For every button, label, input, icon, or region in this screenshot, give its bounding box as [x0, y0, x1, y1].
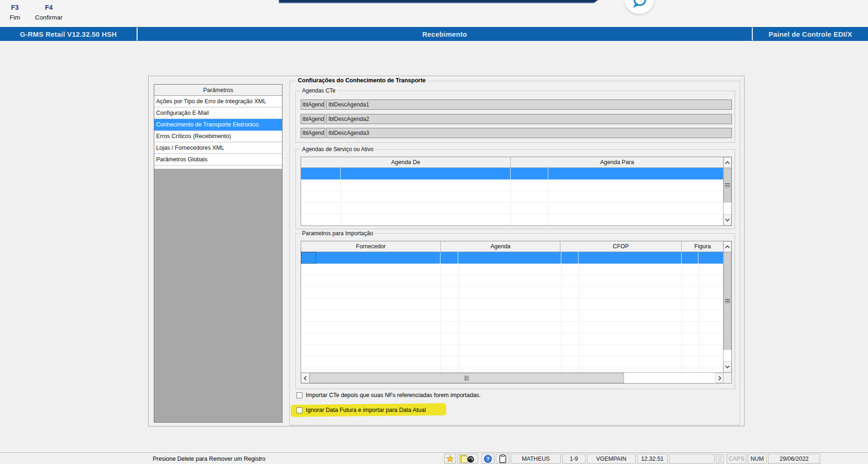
chevron-up-icon [725, 245, 730, 250]
caps-value: CAPS [727, 456, 746, 462]
vertical-scrollbar[interactable] [723, 157, 731, 225]
thumb-grip-icon [465, 376, 469, 381]
agendas-servico-title: Agendas de Serviço ou Ativo [300, 146, 375, 152]
agenda-code-field: lblAgend [301, 128, 325, 138]
parameters-list-header: Parâmetros [154, 85, 282, 96]
content-frame: Parâmetros Ações por Tipo de Erro de Int… [148, 76, 744, 426]
clipboard-button[interactable] [496, 454, 509, 464]
status-program-field: VGEMPAIN [587, 454, 636, 464]
agendas-cte-group: Agendas CTe lblAgend lblDescAgenda1 lblA… [296, 91, 735, 143]
caps-lock-indicator: CAPS [727, 454, 746, 464]
column-header-figura[interactable]: Figura [682, 241, 724, 252]
function-key-toolbar: F3 Fim F4 Confirmar [0, 0, 868, 27]
grid-cell[interactable] [579, 252, 682, 264]
speech-bubble-glyph [630, 0, 649, 10]
f3-fim-button[interactable]: F3 Fim [5, 4, 25, 21]
help-icon: ? [484, 455, 492, 463]
column-header-agenda-de[interactable]: Agenda De [301, 157, 511, 168]
scroll-up-button[interactable] [723, 157, 731, 168]
horizontal-scrollbar[interactable] [301, 372, 724, 383]
f4-confirmar-button[interactable]: F4 Confirmar [29, 4, 69, 21]
ignorar-data-futura-checkbox-row[interactable]: Ignorar Data Futura e importar para Data… [296, 407, 426, 413]
agendas-servico-grid[interactable]: Agenda De Agenda Para [301, 157, 732, 226]
parametros-importacao-group: Parametros para Importação Fornecedor Ag… [296, 233, 735, 389]
vertical-scrollbar[interactable] [723, 241, 731, 372]
sidebar-item-acoes-erro-xml[interactable]: Ações por Tipo de Erro de Integração XML [154, 96, 282, 107]
column-header-fornecedor[interactable]: Fornecedor [301, 241, 441, 252]
importar-cte-checkbox-row[interactable]: Importar CTe depois que suas NFs referen… [296, 392, 481, 398]
thumb-grip-icon [725, 183, 730, 187]
grid-cell[interactable] [441, 252, 458, 264]
selected-grid-row[interactable] [301, 252, 724, 264]
status-message: Presione Delete para Remover um Registro [23, 453, 395, 464]
ignorar-data-futura-checkbox[interactable] [296, 407, 302, 413]
grid-cell[interactable] [301, 168, 341, 179]
titlebar-divider [137, 27, 138, 40]
grid-cell[interactable] [698, 252, 724, 264]
scroll-left-button[interactable] [301, 373, 309, 383]
scrollbar-thumb[interactable] [723, 252, 731, 350]
status-user-field: MATHEUS [511, 454, 561, 464]
notes-icon [460, 455, 476, 463]
importar-cte-label: Importar CTe depois que suas NFs referen… [306, 392, 481, 398]
sidebar-item-conhecimento-transporte[interactable]: Conhecimento de Transporte Eletronico [154, 119, 282, 131]
agenda-code-field: lblAgend [301, 114, 325, 124]
selected-grid-row[interactable] [301, 168, 724, 179]
status-spacer-cell [721, 454, 724, 464]
grid-cell[interactable] [458, 252, 561, 264]
parametros-importacao-title: Parametros para Importação [300, 230, 375, 237]
sidebar-item-lojas-fornecedores[interactable]: Lojas / Fornecedores XML [154, 142, 282, 154]
status-range-field: 1-9 [562, 454, 585, 464]
grid-column-line [548, 179, 549, 225]
grid-column-line [458, 264, 459, 373]
background-window-edge [279, 0, 598, 3]
chevron-down-icon [725, 217, 730, 221]
agenda-desc-field: lblDescAgenda3 [326, 128, 732, 138]
scroll-down-button[interactable] [723, 361, 731, 372]
status-bar: Presione Delete para Remover um Registro… [0, 453, 868, 464]
column-header-agenda-para[interactable]: Agenda Para [511, 157, 724, 168]
column-header-cfop[interactable]: CFOP [560, 241, 682, 252]
grid-cell[interactable] [511, 168, 548, 179]
scrollbar-track[interactable] [624, 373, 716, 383]
screen-title: Painel de Controle EDI/X [753, 27, 868, 41]
agenda-code-field: lblAgend [301, 99, 325, 110]
agenda-desc-field: lblDescAgenda2 [326, 114, 732, 124]
list-empty-strip [154, 166, 282, 169]
scroll-up-button[interactable] [723, 241, 731, 252]
app-title-bar: G-RMS Retail V12.32.50 HSH Recebimento P… [0, 27, 868, 41]
scroll-down-button[interactable] [723, 214, 731, 225]
focused-grid-cell[interactable] [301, 252, 316, 264]
notes-button[interactable] [457, 454, 478, 464]
program-value: VGEMPAIN [594, 456, 628, 462]
status-date-field: 29/06/2022 [768, 454, 820, 464]
help-button[interactable]: ? [481, 454, 494, 464]
chevron-down-icon [725, 364, 730, 368]
range-value: 1-9 [568, 456, 580, 462]
column-header-agenda[interactable]: Agenda [441, 241, 560, 252]
parametros-importacao-grid[interactable]: Fornecedor Agenda CFOP Figura [301, 241, 732, 384]
importar-cte-checkbox[interactable] [296, 392, 302, 398]
star-icon [446, 455, 454, 463]
grid-cell[interactable] [548, 168, 724, 179]
chevron-left-icon [304, 376, 309, 380]
agenda-row: lblAgend lblDescAgenda1 [296, 99, 735, 110]
grid-cell[interactable] [682, 252, 698, 264]
titlebar-divider [752, 27, 753, 40]
num-value: NUM [749, 456, 765, 462]
scrollbar-thumb[interactable] [723, 168, 731, 202]
favorites-button[interactable] [444, 454, 456, 464]
app-title: G-RMS Retail V12.32.50 HSH [0, 27, 137, 41]
sidebar-item-parametros-globais[interactable]: Parâmetros Globais [154, 154, 282, 166]
sidebar-item-configuracao-email[interactable]: Configuração E-Mail [154, 107, 282, 119]
grid-cell[interactable] [561, 252, 579, 264]
grid-column-line [341, 179, 341, 225]
status-version-field: 12.32.51 [637, 454, 668, 464]
sidebar-item-erros-criticos[interactable]: Erros Críticos (Recebimento) [154, 131, 282, 142]
grid-cell[interactable] [316, 252, 441, 264]
grid-cell[interactable] [341, 168, 511, 179]
clipboard-icon [499, 454, 506, 463]
scrollbar-thumb[interactable] [309, 373, 624, 383]
parameters-list: Parâmetros Ações por Tipo de Erro de Int… [154, 84, 283, 423]
config-groupbox: Confiurações do Conhecimento de Transpor… [289, 81, 740, 425]
